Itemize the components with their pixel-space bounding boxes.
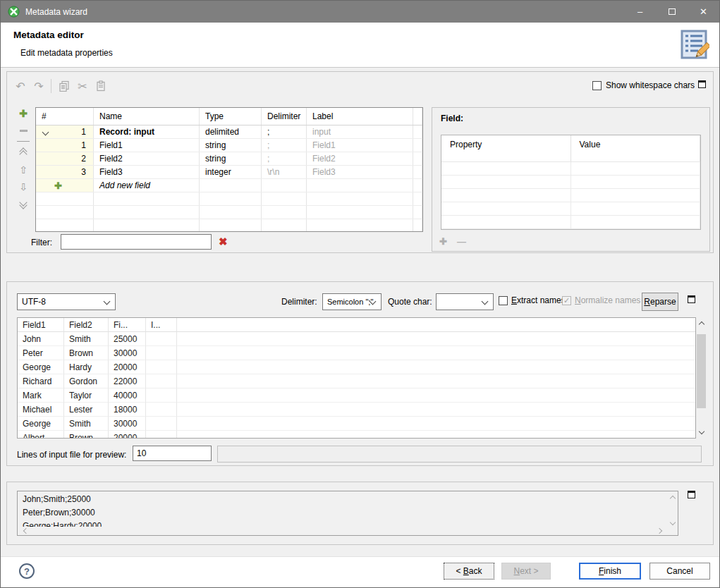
- scroll-up-icon[interactable]: [696, 317, 707, 329]
- preview-row: GeorgeSmith30000: [18, 417, 695, 431]
- record-table: # Name Type Delimiter Label 1 Record: in…: [35, 107, 423, 232]
- normalize-names-label: Normalize names: [575, 295, 640, 305]
- record-table-header: # Name Type Delimiter Label: [36, 108, 422, 125]
- preview-row: MarkTaylor40000: [18, 388, 695, 403]
- preview-header: Field1 Field2 Fi... I...: [18, 318, 695, 332]
- record-table-toolbar: ✚ ⇧ ⇩: [14, 106, 32, 213]
- field-panel-title: Field:: [441, 114, 463, 123]
- scrollbar-thumb[interactable]: [697, 334, 706, 408]
- extract-names-checkbox[interactable]: [499, 296, 508, 305]
- filter-label: Filter:: [31, 238, 52, 247]
- add-field-icon[interactable]: ✚: [14, 106, 32, 121]
- preview-row: JohnSmith25000: [18, 332, 695, 346]
- scroll-left-icon[interactable]: [23, 528, 29, 534]
- add-property-icon[interactable]: ✚: [439, 236, 447, 247]
- property-column-header: Property: [441, 135, 571, 161]
- empty-row: [36, 192, 422, 206]
- add-new-field-row[interactable]: ✚ Add new field: [36, 179, 422, 192]
- data-preview-table: Field1 Field2 Fi... I... JohnSmith25000 …: [17, 317, 696, 439]
- quote-char-select[interactable]: [436, 293, 494, 310]
- copy-icon[interactable]: [56, 78, 72, 94]
- preview-row: RichardGordon22000: [18, 374, 695, 388]
- lines-preview-input[interactable]: [133, 446, 212, 461]
- toolbar-separator: [51, 79, 51, 93]
- preview-row: MichaelLester18000: [18, 403, 695, 417]
- maximize-section-icon[interactable]: [688, 491, 695, 498]
- delimiter-label: Delimiter:: [281, 297, 317, 307]
- scroll-down-icon[interactable]: [696, 427, 707, 439]
- show-whitespace-checkbox[interactable]: [592, 81, 602, 90]
- window-title: Metadata wizard: [25, 7, 87, 17]
- title-bar: Metadata wizard – ✕: [1, 1, 719, 23]
- add-field-plus-icon[interactable]: ✚: [54, 180, 62, 191]
- lines-preview-label: Lines of input file for preview:: [17, 450, 126, 460]
- clover-app-icon: [8, 6, 20, 18]
- cut-icon[interactable]: ✂: [75, 78, 90, 94]
- chevron-down-icon: [482, 298, 489, 305]
- preview-row: GeorgeHardy20000: [18, 360, 695, 374]
- preview-group: UTF-8 Delimiter: Semicolon ";" Quote cha…: [6, 281, 714, 466]
- move-bottom-icon[interactable]: [14, 196, 32, 212]
- redo-icon[interactable]: ↷: [31, 78, 47, 94]
- remove-field-icon[interactable]: [14, 123, 32, 138]
- metadata-editor-group: ↶ ↷ ✂ Show whitespace chars ✚ ⇧: [6, 71, 714, 253]
- remove-property-icon[interactable]: —: [457, 236, 466, 247]
- raw-file-preview: John;Smith;25000 Peter;Brown;30000 Georg…: [17, 491, 678, 536]
- toolbar-divider: [17, 141, 30, 142]
- show-whitespace-label: Show whitespace chars: [606, 80, 695, 90]
- scroll-down-icon[interactable]: [668, 519, 678, 527]
- paste-icon[interactable]: [93, 78, 109, 94]
- value-column-header: Value: [571, 135, 701, 161]
- minimize-button[interactable]: –: [624, 1, 656, 23]
- field-row[interactable]: 3 Field3 integer \r\n Field3: [36, 166, 422, 179]
- scroll-right-icon[interactable]: [657, 528, 662, 534]
- maximize-button[interactable]: [656, 1, 688, 23]
- metadata-edit-icon: [677, 29, 709, 61]
- preview-row: PeterBrown30000: [18, 346, 695, 360]
- raw-vertical-scrollbar[interactable]: [668, 491, 678, 527]
- metadata-wizard-window: Metadata wizard – ✕ Metadata editor Edit…: [0, 0, 720, 588]
- undo-icon[interactable]: ↶: [13, 78, 28, 94]
- empty-row: [441, 162, 700, 176]
- reparse-button[interactable]: Reparse: [642, 293, 678, 311]
- clear-filter-icon[interactable]: ✖: [219, 235, 228, 248]
- page-title: Metadata editor: [13, 30, 84, 40]
- empty-row: [441, 216, 700, 229]
- maximize-section-icon[interactable]: [688, 295, 695, 303]
- field-properties-panel: Field: Property Value ✚ —: [432, 107, 710, 252]
- raw-line: John;Smith;25000: [23, 493, 102, 506]
- empty-row: [36, 206, 422, 219]
- move-down-icon[interactable]: ⇩: [14, 179, 32, 195]
- empty-row: [441, 202, 700, 216]
- wizard-footer: ? < Back Next > Finish Cancel: [1, 556, 719, 587]
- extract-names-label: Extract names: [511, 295, 566, 305]
- empty-row: [36, 219, 422, 232]
- field-row[interactable]: 1 Field1 string ; Field1: [36, 139, 422, 152]
- close-button[interactable]: ✕: [688, 1, 719, 23]
- help-button[interactable]: ?: [19, 563, 35, 579]
- field-row[interactable]: 2 Field2 string ; Field2: [36, 152, 422, 166]
- charset-select[interactable]: UTF-8: [17, 293, 116, 310]
- quote-char-label: Quote char:: [388, 297, 432, 307]
- delimiter-select[interactable]: Semicolon ";": [322, 293, 382, 310]
- move-top-icon[interactable]: [14, 145, 32, 161]
- raw-horizontal-scrollbar[interactable]: [18, 527, 668, 535]
- normalize-names-checkbox[interactable]: ✓: [562, 296, 571, 305]
- filter-input[interactable]: [61, 234, 212, 250]
- progress-placeholder: [217, 446, 702, 463]
- preview-row-partial: AlbertBrown20000: [18, 431, 695, 439]
- raw-preview-group: John;Smith;25000 Peter;Brown;30000 Georg…: [6, 482, 714, 545]
- record-row[interactable]: 1 Record: input delimited ; input: [36, 125, 422, 139]
- wizard-header: Metadata editor Edit metadata properties: [1, 23, 719, 68]
- preview-scrollbar[interactable]: [696, 317, 707, 439]
- back-button[interactable]: < Back: [444, 563, 494, 580]
- empty-row: [441, 189, 700, 202]
- next-button[interactable]: Next >: [501, 563, 551, 580]
- raw-line: Peter;Brown;30000: [23, 506, 102, 520]
- maximize-section-icon[interactable]: [698, 80, 706, 88]
- cancel-button[interactable]: Cancel: [649, 563, 710, 580]
- scroll-up-icon[interactable]: [668, 493, 678, 501]
- finish-button[interactable]: Finish: [579, 563, 641, 580]
- empty-row: [441, 176, 700, 189]
- move-up-icon[interactable]: ⇧: [14, 162, 32, 178]
